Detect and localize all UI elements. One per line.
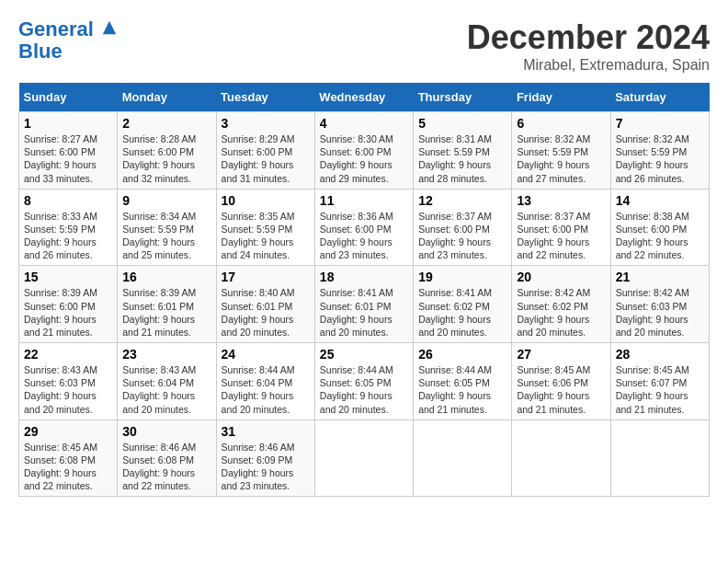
weekday-header-monday: Monday [118, 83, 216, 112]
day-number: 24 [222, 347, 310, 362]
month-title: December 2024 [467, 18, 710, 57]
logo: General Blue [18, 18, 118, 63]
calendar-table: SundayMondayTuesdayWednesdayThursdayFrid… [18, 83, 710, 497]
svg-marker-0 [103, 21, 116, 34]
weekday-header-sunday: Sunday [19, 83, 118, 112]
day-number: 20 [517, 270, 605, 284]
day-number: 7 [616, 116, 704, 131]
calendar-cell: 11Sunrise: 8:36 AMSunset: 6:00 PMDayligh… [314, 189, 413, 266]
calendar-cell: 14Sunrise: 8:38 AMSunset: 6:00 PMDayligh… [610, 189, 709, 266]
calendar-cell: 10Sunrise: 8:35 AMSunset: 5:59 PMDayligh… [216, 189, 314, 266]
day-number: 25 [320, 347, 408, 362]
day-detail: Sunrise: 8:41 AMSunset: 6:02 PMDaylight:… [418, 286, 506, 339]
calendar-cell: 16Sunrise: 8:39 AMSunset: 6:01 PMDayligh… [118, 266, 216, 343]
weekday-header-tuesday: Tuesday [216, 83, 314, 112]
calendar-cell: 13Sunrise: 8:37 AMSunset: 6:00 PMDayligh… [512, 189, 610, 266]
day-number: 28 [616, 347, 704, 362]
day-detail: Sunrise: 8:43 AMSunset: 6:04 PMDaylight:… [122, 363, 210, 416]
day-detail: Sunrise: 8:34 AMSunset: 5:59 PMDaylight:… [122, 210, 210, 262]
day-detail: Sunrise: 8:27 AMSunset: 6:00 PMDaylight:… [24, 132, 112, 185]
day-number: 22 [24, 347, 112, 362]
calendar-cell: 17Sunrise: 8:40 AMSunset: 6:01 PMDayligh… [216, 266, 314, 343]
day-detail: Sunrise: 8:30 AMSunset: 6:00 PMDaylight:… [320, 132, 408, 185]
day-number: 12 [418, 193, 506, 208]
day-number: 10 [222, 193, 310, 208]
day-detail: Sunrise: 8:31 AMSunset: 5:59 PMDaylight:… [418, 132, 506, 185]
calendar-cell: 1Sunrise: 8:27 AMSunset: 6:00 PMDaylight… [19, 112, 118, 190]
day-number: 29 [24, 424, 112, 439]
day-number: 18 [320, 270, 408, 284]
calendar-cell: 19Sunrise: 8:41 AMSunset: 6:02 PMDayligh… [414, 266, 512, 343]
day-detail: Sunrise: 8:35 AMSunset: 5:59 PMDaylight:… [222, 210, 310, 262]
day-detail: Sunrise: 8:32 AMSunset: 5:59 PMDaylight:… [517, 132, 605, 185]
calendar-week-row: 1Sunrise: 8:27 AMSunset: 6:00 PMDaylight… [19, 112, 710, 190]
day-number: 6 [517, 116, 605, 131]
location-title: Mirabel, Extremadura, Spain [467, 57, 710, 74]
weekday-header-thursday: Thursday [414, 83, 512, 112]
day-detail: Sunrise: 8:41 AMSunset: 6:01 PMDaylight:… [320, 286, 408, 339]
calendar-cell: 26Sunrise: 8:44 AMSunset: 6:05 PMDayligh… [414, 343, 512, 420]
calendar-cell: 6Sunrise: 8:32 AMSunset: 5:59 PMDaylight… [512, 112, 610, 190]
day-number: 30 [122, 424, 210, 439]
day-number: 31 [222, 424, 310, 439]
day-detail: Sunrise: 8:46 AMSunset: 6:09 PMDaylight:… [222, 441, 310, 493]
day-detail: Sunrise: 8:39 AMSunset: 6:01 PMDaylight:… [122, 286, 210, 339]
weekday-header-friday: Friday [512, 83, 610, 112]
page-header: General Blue December 2024 Mirabel, Extr… [18, 18, 710, 74]
day-number: 3 [222, 116, 310, 131]
calendar-cell: 12Sunrise: 8:37 AMSunset: 6:00 PMDayligh… [414, 189, 512, 266]
title-area: December 2024 Mirabel, Extremadura, Spai… [467, 18, 710, 74]
day-number: 21 [616, 270, 704, 284]
day-detail: Sunrise: 8:44 AMSunset: 6:04 PMDaylight:… [222, 363, 310, 416]
calendar-cell: 24Sunrise: 8:44 AMSunset: 6:04 PMDayligh… [216, 343, 314, 420]
weekday-header-saturday: Saturday [610, 83, 709, 112]
calendar-cell: 30Sunrise: 8:46 AMSunset: 6:08 PMDayligh… [118, 419, 216, 497]
day-detail: Sunrise: 8:45 AMSunset: 6:06 PMDaylight:… [517, 363, 605, 416]
day-detail: Sunrise: 8:33 AMSunset: 5:59 PMDaylight:… [24, 210, 112, 262]
day-detail: Sunrise: 8:39 AMSunset: 6:00 PMDaylight:… [24, 286, 112, 339]
day-detail: Sunrise: 8:32 AMSunset: 5:59 PMDaylight:… [616, 132, 704, 185]
day-detail: Sunrise: 8:45 AMSunset: 6:08 PMDaylight:… [24, 441, 112, 493]
day-number: 19 [418, 270, 506, 284]
calendar-cell: 9Sunrise: 8:34 AMSunset: 5:59 PMDaylight… [118, 189, 216, 266]
day-detail: Sunrise: 8:42 AMSunset: 6:03 PMDaylight:… [616, 286, 704, 339]
day-number: 1 [24, 116, 112, 131]
calendar-cell: 2Sunrise: 8:28 AMSunset: 6:00 PMDaylight… [118, 112, 216, 190]
calendar-cell: 15Sunrise: 8:39 AMSunset: 6:00 PMDayligh… [19, 266, 118, 343]
calendar-cell: 20Sunrise: 8:42 AMSunset: 6:02 PMDayligh… [512, 266, 610, 343]
day-number: 27 [517, 347, 605, 362]
calendar-cell: 27Sunrise: 8:45 AMSunset: 6:06 PMDayligh… [512, 343, 610, 420]
day-number: 9 [122, 193, 210, 208]
calendar-week-row: 29Sunrise: 8:45 AMSunset: 6:08 PMDayligh… [19, 419, 710, 497]
day-detail: Sunrise: 8:29 AMSunset: 6:00 PMDaylight:… [222, 132, 310, 185]
logo-text: General [18, 18, 118, 40]
day-number: 16 [122, 270, 210, 284]
calendar-cell: 29Sunrise: 8:45 AMSunset: 6:08 PMDayligh… [19, 419, 118, 497]
day-detail: Sunrise: 8:40 AMSunset: 6:01 PMDaylight:… [222, 286, 310, 339]
day-number: 14 [616, 193, 704, 208]
calendar-cell: 31Sunrise: 8:46 AMSunset: 6:09 PMDayligh… [216, 419, 314, 497]
calendar-cell [610, 419, 709, 497]
day-number: 5 [418, 116, 506, 131]
logo-icon [101, 19, 118, 36]
day-number: 8 [24, 193, 112, 208]
weekday-header-row: SundayMondayTuesdayWednesdayThursdayFrid… [19, 83, 710, 112]
day-detail: Sunrise: 8:37 AMSunset: 6:00 PMDaylight:… [517, 210, 605, 262]
calendar-cell: 18Sunrise: 8:41 AMSunset: 6:01 PMDayligh… [314, 266, 413, 343]
calendar-week-row: 22Sunrise: 8:43 AMSunset: 6:03 PMDayligh… [19, 343, 710, 420]
day-detail: Sunrise: 8:44 AMSunset: 6:05 PMDaylight:… [320, 363, 408, 416]
day-number: 26 [418, 347, 506, 362]
day-detail: Sunrise: 8:42 AMSunset: 6:02 PMDaylight:… [517, 286, 605, 339]
day-number: 13 [517, 193, 605, 208]
day-number: 23 [122, 347, 210, 362]
day-detail: Sunrise: 8:38 AMSunset: 6:00 PMDaylight:… [616, 210, 704, 262]
calendar-week-row: 15Sunrise: 8:39 AMSunset: 6:00 PMDayligh… [19, 266, 710, 343]
calendar-cell: 23Sunrise: 8:43 AMSunset: 6:04 PMDayligh… [118, 343, 216, 420]
day-number: 11 [320, 193, 408, 208]
day-number: 15 [24, 270, 112, 284]
calendar-week-row: 8Sunrise: 8:33 AMSunset: 5:59 PMDaylight… [19, 189, 710, 266]
calendar-cell: 8Sunrise: 8:33 AMSunset: 5:59 PMDaylight… [19, 189, 118, 266]
day-detail: Sunrise: 8:46 AMSunset: 6:08 PMDaylight:… [122, 441, 210, 493]
calendar-cell: 22Sunrise: 8:43 AMSunset: 6:03 PMDayligh… [19, 343, 118, 420]
calendar-cell [414, 419, 512, 497]
